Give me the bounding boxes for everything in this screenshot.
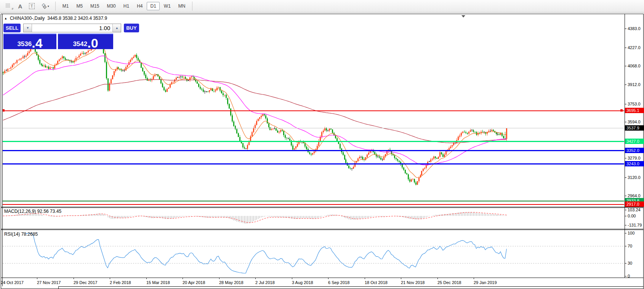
moving-averages-layer [3,45,506,178]
volume-stepper: ▼ ▲ [23,24,121,32]
axis-label: 3695.1 [626,108,639,113]
axis-label: 20 Apr 2018 [183,280,205,285]
axis-label: 30 [628,261,632,265]
horizontal-lines-layer[interactable] [2,109,624,204]
sell-button[interactable]: SELL [3,24,21,32]
axis-label: 3279.0 [628,156,641,160]
trading-platform-window: F A T ▾ M1M5M15M30H1H4D1W1MN 4383.04227.… [0,0,644,289]
axis-label: 3 Aug 2018 [292,280,313,285]
axis-label: 3120.0 [628,175,641,180]
chart-borders [1,14,644,289]
axis-label: 70 [628,244,632,248]
buy-price-display[interactable]: 3542 .0 [58,34,113,49]
axis-label: 6 Sep 2018 [328,280,349,285]
axis-label: 25 Dec 2018 [437,280,461,285]
chevron-down-icon: ▾ [48,5,49,8]
axis-label: 4383.0 [628,26,641,31]
axis-label: 2917.0 [626,202,639,206]
axis-label: 29 Dec 2017 [74,280,97,285]
timeframe-button-M15[interactable]: M15 [87,2,103,10]
templates-f-label: F [12,7,14,11]
timeframe-button-W1[interactable]: W1 [160,2,174,10]
axis-label: 27 Nov 2017 [37,280,61,285]
toolbar: F A T ▾ M1M5M15M30H1H4D1W1MN [0,0,644,13]
rsi-line [26,233,507,273]
toolbar-separator [55,2,56,11]
axis-label: 0.00 [628,214,636,218]
axis-label: 28 May 2018 [219,280,244,285]
collapse-panel-icon[interactable]: ▲ [4,17,7,20]
axis-label: 103.24 [628,208,641,212]
axis-label: 3912.0 [628,82,641,87]
axis-label: 3427.0 [626,139,639,144]
sell-price-main: 3536 [17,41,32,47]
volume-input[interactable] [32,24,112,32]
axis-label: 4068.0 [628,64,641,68]
timeframe-group: M1M5M15M30H1H4D1W1MN [59,2,189,10]
rsi-layer [3,233,624,273]
macd-indicator-label: MACD(12,26,9) 92.56 73.45 [4,209,61,214]
axis-label: 3753.0 [628,102,641,106]
date-axis: 24 Oct 201727 Nov 201729 Dec 20172 Feb 2… [1,278,497,285]
buy-price-fraction: .0 [87,38,98,48]
volume-decrease-button[interactable]: ▼ [24,24,32,32]
axis-label: 2964.0 [628,193,641,198]
timeframe-button-M5[interactable]: M5 [73,2,86,10]
hline-handle[interactable] [620,109,623,112]
timeframe-button-M30[interactable]: M30 [103,2,119,10]
timeframe-button-D1[interactable]: D1 [147,2,159,10]
grid-dots-glyph [5,3,11,9]
draw-objects-icon[interactable]: ▾ [38,2,51,11]
symbol-period-label: CHINA300-,Daily [10,16,45,21]
ohlc-values-label: 3445.8 3538.2 3420.4 3537.9 [47,16,107,21]
axis-label: -131.79 [628,223,642,227]
axis-label: 24 Oct 2017 [1,280,24,285]
axis-label: 29 Jan 2019 [474,280,497,285]
shift-marker-icon [461,15,465,18]
axis-label: 3537.9 [626,126,639,130]
rsi-indicator-label: RSI(14) 78.2685 [4,232,38,237]
one-click-trade-panel: SELL ▼ ▲ BUY 3536 .4 3542 .0 [3,24,114,49]
timeframe-button-H4[interactable]: H4 [133,2,146,10]
axis-label: 0 [628,274,630,278]
diamonds-glyph [41,3,47,9]
sell-price-display[interactable]: 3536 .4 [3,34,56,49]
macd-signal-line [3,212,506,223]
axis-label: 3243.0 [626,161,639,166]
timeframe-button-M1[interactable]: M1 [59,2,72,10]
axis-label: 21 Nov 2018 [401,280,425,285]
text-annotation-icon[interactable]: A [15,2,25,11]
volume-increase-button[interactable]: ▲ [112,24,121,32]
timeframe-button-H1[interactable]: H1 [120,2,133,10]
axis-label: 2 Feb 2018 [110,280,131,285]
sell-price-fraction: .4 [32,38,42,48]
candles-layer [3,38,507,185]
buy-button[interactable]: BUY [124,24,139,32]
text-box-icon[interactable]: T [27,2,37,11]
axis-label: 3594.0 [628,120,641,124]
chart-title: ▲ CHINA300-,Daily 3445.8 3538.2 3420.4 3… [4,16,107,21]
axis-label: 4227.0 [628,45,641,50]
buy-price-main: 3542 [73,41,87,47]
axis-label: 3352.0 [626,148,639,153]
axis-label: 2 Jul 2018 [255,280,275,285]
timeframe-button-MN[interactable]: MN [175,2,189,10]
axis-label: 15 Mar 2018 [146,280,170,285]
chart-templates-icon[interactable]: F [3,2,14,11]
toolbar-separator [192,2,192,11]
ma-fast-line [3,45,506,178]
axis-label: 18 Oct 2018 [365,280,388,285]
axis-label: 100 [628,231,634,235]
